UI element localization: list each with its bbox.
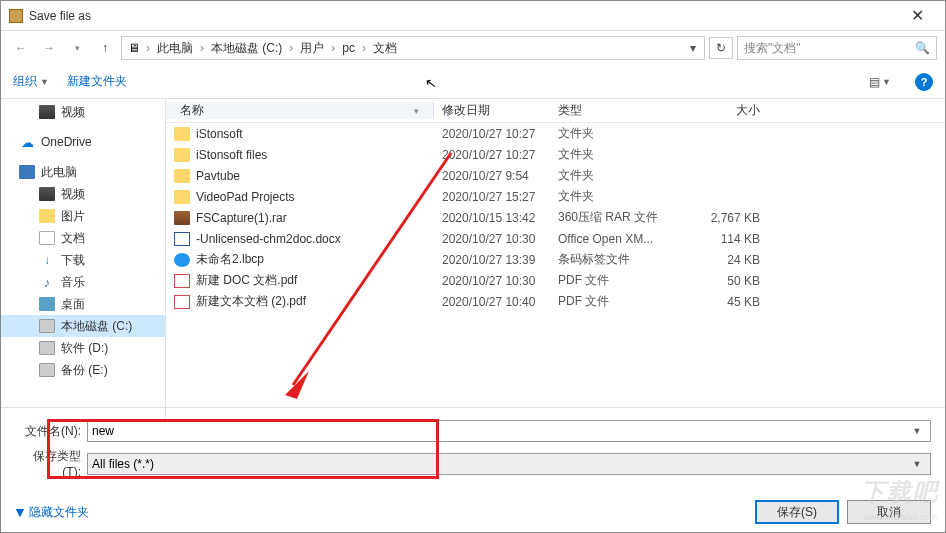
pc-icon	[19, 165, 35, 179]
view-options-button[interactable]: ▤ ▼	[863, 71, 897, 93]
app-icon	[9, 9, 23, 23]
table-row[interactable]: Pavtube2020/10/27 9:54文件夹	[166, 165, 945, 186]
folder-icon	[174, 127, 190, 141]
sidebar-item[interactable]: 此电脑	[1, 161, 165, 183]
hide-folders-toggle[interactable]: ⯆ 隐藏文件夹	[15, 504, 89, 521]
column-date[interactable]: 修改日期	[434, 102, 550, 119]
sidebar-item[interactable]: 图片	[1, 205, 165, 227]
music-icon: ♪	[39, 275, 55, 289]
help-button[interactable]: ?	[915, 73, 933, 91]
table-row[interactable]: -Unlicensed-chm2doc.docx2020/10/27 10:30…	[166, 228, 945, 249]
cloud-icon: ☁	[19, 135, 35, 149]
filetype-select[interactable]: All files (*.*) ▼	[87, 453, 931, 475]
file-name: VideoPad Projects	[196, 190, 295, 204]
chevron-right-icon[interactable]: ›	[198, 41, 206, 55]
save-button[interactable]: 保存(S)	[755, 500, 839, 524]
close-button[interactable]: ✕	[897, 2, 937, 30]
breadcrumb[interactable]: 此电脑	[154, 40, 196, 57]
up-button[interactable]: ↑	[93, 36, 117, 60]
breadcrumb[interactable]: 用户	[297, 40, 327, 57]
filetype-dropdown-icon[interactable]: ▼	[908, 459, 926, 469]
file-type: 条码标签文件	[550, 251, 678, 268]
table-row[interactable]: iStonsoft2020/10/27 10:27文件夹	[166, 123, 945, 144]
chevron-down-icon: ▼	[882, 77, 891, 87]
sidebar-item[interactable]: 桌面	[1, 293, 165, 315]
sidebar-item[interactable]: 本地磁盘 (C:)	[1, 315, 165, 337]
table-row[interactable]: iStonsoft files2020/10/27 10:27文件夹	[166, 144, 945, 165]
filetype-row: 保存类型(T): All files (*.*) ▼	[15, 448, 931, 479]
rar-icon	[174, 211, 190, 225]
chevron-right-icon[interactable]: ›	[144, 41, 152, 55]
sidebar-item[interactable]: 文档	[1, 227, 165, 249]
forward-button[interactable]: →	[37, 36, 61, 60]
column-name[interactable]: 名称 ▾	[166, 102, 434, 119]
folder-icon	[174, 148, 190, 162]
file-type: 文件夹	[550, 125, 678, 142]
search-placeholder: 搜索"文档"	[744, 40, 915, 57]
file-date: 2020/10/27 15:27	[434, 190, 550, 204]
toolbar: 组织 ▼ 新建文件夹 ▤ ▼ ?	[1, 65, 945, 99]
sidebar-item[interactable]: ↓下载	[1, 249, 165, 271]
search-input[interactable]: 搜索"文档" 🔍	[737, 36, 937, 60]
sidebar-item[interactable]: 软件 (D:)	[1, 337, 165, 359]
lbcp-icon	[174, 253, 190, 267]
new-folder-button[interactable]: 新建文件夹	[67, 73, 127, 90]
file-size: 24 KB	[678, 253, 768, 267]
column-size[interactable]: 大小	[678, 102, 768, 119]
sidebar-item[interactable]: 视频	[1, 101, 165, 123]
sidebar-item[interactable]: 视频	[1, 183, 165, 205]
pc-icon: 🖥	[126, 40, 142, 56]
file-type: 文件夹	[550, 146, 678, 163]
sidebar-item-label: 桌面	[61, 296, 85, 313]
back-button[interactable]: ←	[9, 36, 33, 60]
action-row: ⯆ 隐藏文件夹 保存(S) 取消	[15, 494, 931, 524]
file-date: 2020/10/27 10:27	[434, 127, 550, 141]
table-row[interactable]: 未命名2.lbcp2020/10/27 13:39条码标签文件24 KB	[166, 249, 945, 270]
column-type[interactable]: 类型	[550, 102, 678, 119]
column-headers: 名称 ▾ 修改日期 类型 大小	[166, 99, 945, 123]
chevron-right-icon[interactable]: ›	[287, 41, 295, 55]
organize-menu[interactable]: 组织 ▼	[13, 73, 49, 90]
file-name: 未命名2.lbcp	[196, 251, 264, 268]
pdf-icon	[174, 274, 190, 288]
refresh-button[interactable]: ↻	[709, 37, 733, 59]
file-type: PDF 文件	[550, 293, 678, 310]
sidebar-item-label: 视频	[61, 104, 85, 121]
filename-dropdown-icon[interactable]: ▼	[908, 426, 926, 436]
file-date: 2020/10/15 13:42	[434, 211, 550, 225]
breadcrumb[interactable]: 本地磁盘 (C:)	[208, 40, 285, 57]
chevron-right-icon[interactable]: ›	[360, 41, 368, 55]
recent-dropdown[interactable]: ▾	[65, 36, 89, 60]
new-folder-label: 新建文件夹	[67, 73, 127, 90]
breadcrumb[interactable]: 文档	[370, 40, 400, 57]
drive-icon	[39, 341, 55, 355]
table-row[interactable]: VideoPad Projects2020/10/27 15:27文件夹	[166, 186, 945, 207]
file-date: 2020/10/27 9:54	[434, 169, 550, 183]
titlebar: Save file as ✕	[1, 1, 945, 31]
file-name: -Unlicensed-chm2doc.docx	[196, 232, 341, 246]
sidebar-item[interactable]: 备份 (E:)	[1, 359, 165, 381]
sidebar-item[interactable]: ♪音乐	[1, 271, 165, 293]
breadcrumb[interactable]: pc	[339, 41, 358, 55]
doc-icon	[39, 231, 55, 245]
filetype-label: 保存类型(T):	[15, 448, 87, 479]
file-name: 新建 DOC 文档.pdf	[196, 272, 297, 289]
filename-input[interactable]: new ▼	[87, 420, 931, 442]
file-size: 45 KB	[678, 295, 768, 309]
table-row[interactable]: FSCapture(1).rar2020/10/15 13:42360压缩 RA…	[166, 207, 945, 228]
chevron-right-icon[interactable]: ›	[329, 41, 337, 55]
table-row[interactable]: 新建文本文档 (2).pdf2020/10/27 10:40PDF 文件45 K…	[166, 291, 945, 312]
address-bar[interactable]: 🖥 › 此电脑 › 本地磁盘 (C:) › 用户 › pc › 文档 ▾	[121, 36, 705, 60]
sidebar-item-label: 下载	[61, 252, 85, 269]
sidebar-item-label: 此电脑	[41, 164, 77, 181]
view-icon: ▤	[869, 75, 880, 89]
address-dropdown-icon[interactable]: ▾	[686, 41, 700, 55]
file-name: 新建文本文档 (2).pdf	[196, 293, 306, 310]
file-name: FSCapture(1).rar	[196, 211, 287, 225]
sidebar-item-label: OneDrive	[41, 135, 92, 149]
sidebar-item[interactable]: ☁OneDrive	[1, 131, 165, 153]
watermark: 下载吧	[861, 476, 939, 508]
file-rows: iStonsoft2020/10/27 10:27文件夹iStonsoft fi…	[166, 123, 945, 437]
desktop-icon	[39, 297, 55, 311]
table-row[interactable]: 新建 DOC 文档.pdf2020/10/27 10:30PDF 文件50 KB	[166, 270, 945, 291]
